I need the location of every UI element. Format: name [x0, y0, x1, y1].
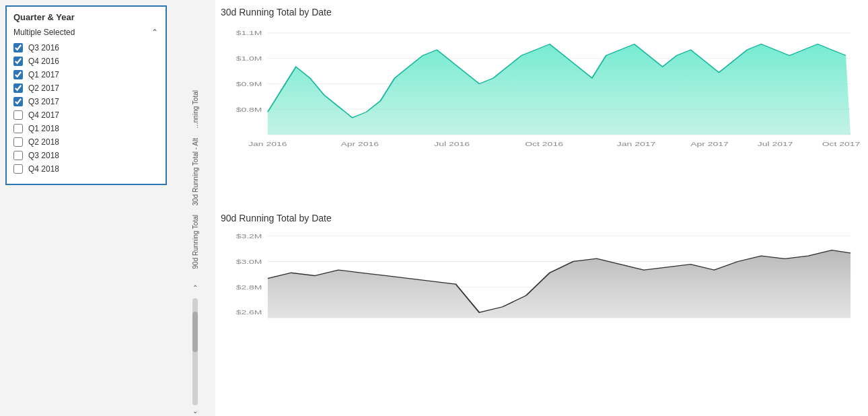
- filter-list-area: Q3 2016Q4 2016Q1 2017Q2 2017Q3 2017Q4 20…: [11, 41, 161, 176]
- filter-checkbox[interactable]: [13, 57, 23, 66]
- chart1-y1: $0.8M: [236, 106, 262, 112]
- chart1-x4: Oct 2016: [525, 141, 563, 147]
- filter-item-label: Q4 2017: [28, 110, 59, 120]
- left-panel: Quarter & Year Multiple Selected ⌃ Q3 20…: [0, 0, 175, 416]
- filter-checkbox[interactable]: [13, 43, 23, 53]
- chart1-title: 30d Running Total by Date: [221, 7, 860, 18]
- chart2-svg: $3.2M $3.0M $2.8M $2.6M: [221, 228, 860, 352]
- filter-item[interactable]: Q2 2018: [11, 135, 161, 149]
- chart1-y3: $1.0M: [236, 56, 262, 62]
- chart1-x5: Jan 2017: [617, 141, 655, 147]
- chart1-area: [268, 44, 851, 135]
- filter-item-label: Q3 2018: [28, 151, 59, 160]
- filter-checkbox[interactable]: [13, 137, 23, 147]
- chart2-title: 90d Running Total by Date: [221, 213, 860, 223]
- filter-item[interactable]: Q4 2018: [11, 162, 161, 176]
- tab-90d[interactable]: 90d Running Total: [190, 212, 201, 271]
- chart2-container: $3.2M $3.0M $2.8M $2.6M: [221, 228, 860, 411]
- filter-item-label: Q2 2017: [28, 83, 59, 93]
- chart2-y3: $3.0M: [236, 259, 262, 265]
- filter-checkbox[interactable]: [13, 124, 23, 133]
- chart1-y2: $0.9M: [236, 81, 262, 87]
- chart1-container: $1.1M $1.0M $0.9M $0.8M Jan 2016 Apr 2: [221, 22, 860, 205]
- chart2-wrapper: 90d Running Total by Date $3.2M $3.0M $2…: [221, 213, 860, 411]
- right-panel: 30d Running Total by Date $1.1M $1.0M $0…: [215, 0, 868, 416]
- filter-title: Quarter & Year: [11, 12, 161, 22]
- chart1-x7: Jul 2017: [758, 141, 793, 147]
- filter-box: Quarter & Year Multiple Selected ⌃ Q3 20…: [5, 5, 167, 185]
- chart1-x8: Oct 2017: [822, 141, 860, 147]
- filter-item[interactable]: Q4 2017: [11, 108, 161, 122]
- filter-item-label: Q4 2016: [28, 57, 59, 66]
- filter-checkbox[interactable]: [13, 110, 23, 120]
- chart1-x6: Apr 2017: [690, 141, 729, 147]
- middle-column: ...nning Total 30d Running Total - Alt 9…: [175, 0, 215, 416]
- middle-scrollbar-thumb: [192, 312, 198, 352]
- chart1-y4: $1.1M: [236, 30, 262, 36]
- chart2-y4: $3.2M: [236, 234, 262, 240]
- filter-item[interactable]: Q4 2016: [11, 55, 161, 68]
- filter-header-label: Multiple Selected: [13, 28, 75, 37]
- chart1-x2: Apr 2016: [340, 141, 379, 147]
- filter-list: Q3 2016Q4 2016Q1 2017Q2 2017Q3 2017Q4 20…: [11, 41, 161, 176]
- chart2-area: [268, 250, 851, 318]
- chart1-wrapper: 30d Running Total by Date $1.1M $1.0M $0…: [221, 7, 860, 205]
- filter-item[interactable]: Q1 2018: [11, 122, 161, 135]
- filter-checkbox[interactable]: [13, 97, 23, 106]
- filter-item-label: Q3 2017: [28, 97, 59, 106]
- chevron-up-icon[interactable]: ⌃: [151, 28, 159, 36]
- filter-item[interactable]: Q3 2017: [11, 95, 161, 108]
- filter-checkbox[interactable]: [13, 70, 23, 79]
- tab-running-total[interactable]: ...nning Total: [190, 88, 201, 131]
- scroll-up-button[interactable]: ⌃: [190, 282, 201, 293]
- tab-30d-alt[interactable]: 30d Running Total - Alt: [190, 135, 201, 208]
- filter-checkbox[interactable]: [13, 83, 23, 93]
- filter-header[interactable]: Multiple Selected ⌃: [11, 26, 161, 38]
- chart1-svg: $1.1M $1.0M $0.9M $0.8M Jan 2016 Apr 2: [221, 22, 860, 163]
- filter-checkbox[interactable]: [13, 151, 23, 160]
- filter-item[interactable]: Q2 2017: [11, 81, 161, 95]
- filter-item-label: Q3 2016: [28, 43, 59, 53]
- chart2-y1: $2.6M: [236, 310, 262, 316]
- filter-item[interactable]: Q3 2018: [11, 149, 161, 162]
- filter-item[interactable]: Q3 2016: [11, 41, 161, 55]
- chart2-y2: $2.8M: [236, 284, 262, 290]
- filter-checkbox[interactable]: [13, 164, 23, 174]
- chart1-x1: Jan 2016: [248, 141, 287, 147]
- filter-item-label: Q1 2018: [28, 124, 59, 133]
- filter-item-label: Q1 2017: [28, 70, 59, 79]
- filter-item[interactable]: Q1 2017: [11, 68, 161, 81]
- filter-item-label: Q2 2018: [28, 137, 59, 147]
- chart1-x3: Jul 2016: [434, 141, 470, 147]
- filter-item-label: Q4 2018: [28, 164, 59, 174]
- scroll-down-button[interactable]: ⌄: [190, 405, 201, 416]
- middle-scrollbar[interactable]: [192, 298, 198, 405]
